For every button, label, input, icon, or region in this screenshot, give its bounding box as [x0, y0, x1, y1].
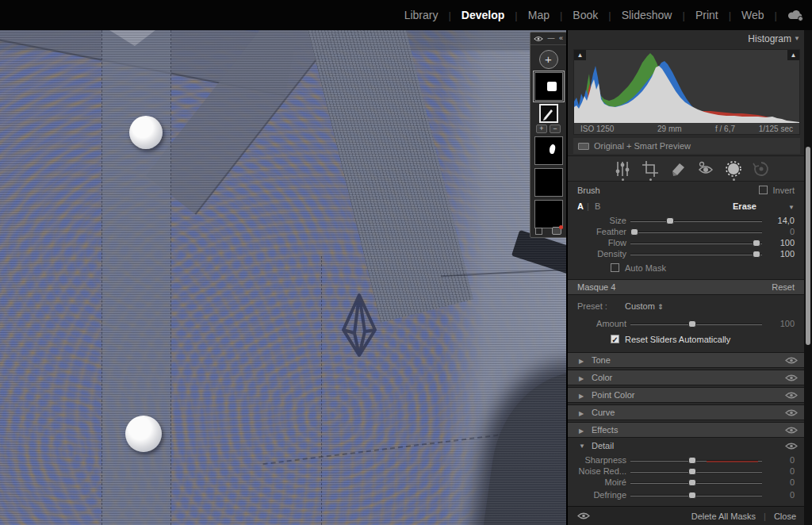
crop-icon[interactable]	[642, 160, 659, 178]
size-slider-row: Size 14,0	[568, 216, 806, 227]
section-label: Tone	[592, 355, 611, 365]
add-to-mask-button[interactable]: +	[536, 125, 547, 133]
eye-icon[interactable]	[785, 442, 798, 450]
expand-triangle-icon[interactable]: ▶	[579, 393, 584, 400]
size-slider[interactable]	[630, 220, 762, 222]
feather-slider[interactable]	[630, 232, 762, 233]
amount-slider[interactable]	[630, 324, 762, 325]
auto-mask-label: Auto Mask	[625, 263, 666, 273]
mask-thumbnail[interactable]	[534, 200, 563, 228]
highlight-clipping-indicator[interactable]: ▲	[787, 50, 799, 60]
nav-map[interactable]: Map	[518, 9, 560, 21]
collapse-triangle-icon[interactable]: ▼	[579, 443, 585, 450]
sharpness-slider-thumb[interactable]	[688, 457, 696, 464]
nav-book[interactable]: Book	[562, 9, 608, 21]
moire-slider-thumb[interactable]	[688, 479, 696, 486]
lens-blur-icon[interactable]	[753, 160, 770, 178]
expand-triangle-icon[interactable]: ▶	[579, 427, 584, 435]
mask-thumbnail-selected[interactable]	[534, 72, 563, 101]
edit-sliders-icon[interactable]	[614, 160, 631, 178]
dropdown-arrows-icon: ⇕	[657, 303, 664, 311]
overlay-settings-icon[interactable]	[552, 227, 561, 235]
feather-slider-thumb[interactable]	[630, 228, 638, 236]
nav-web[interactable]: Web	[731, 9, 775, 21]
mask-thumbnail[interactable]	[534, 168, 563, 197]
invert-checkbox[interactable]	[759, 186, 768, 194]
amount-slider-thumb[interactable]	[688, 320, 696, 328]
noise-slider-thumb[interactable]	[688, 468, 696, 475]
brush-erase-tab[interactable]: Erase	[733, 201, 756, 211]
expand-triangle-icon[interactable]: ▶	[579, 410, 584, 417]
histogram[interactable]: ▲ ▲ ISO 1250 29 mm f / 6,7 1/125 sec	[573, 49, 800, 135]
defringe-slider-thumb[interactable]	[688, 492, 696, 499]
amount-slider-row: Amount 100	[568, 319, 806, 330]
sharpness-slider[interactable]	[630, 460, 762, 462]
section-effects[interactable]: ▶ Effects	[568, 422, 806, 438]
reset-sliders-checkbox[interactable]: ✓	[611, 335, 619, 343]
eye-icon[interactable]	[785, 356, 798, 365]
section-curve[interactable]: ▶ Curve	[568, 404, 806, 420]
masks-panel-header: — «	[530, 33, 566, 45]
noise-reduction-slider[interactable]	[630, 471, 762, 473]
brush-b-tab[interactable]: B	[595, 201, 600, 211]
moire-slider[interactable]	[630, 482, 762, 484]
flow-slider-thumb[interactable]	[753, 240, 760, 247]
nav-separator: |	[775, 10, 777, 21]
eye-icon[interactable]	[785, 408, 798, 417]
nav-library[interactable]: Library	[394, 9, 449, 21]
noise-value: 0	[790, 466, 795, 476]
nav-develop[interactable]: Develop	[451, 9, 515, 21]
shadow-clipping-indicator[interactable]: ▲	[574, 50, 586, 60]
collapse-panel-icon[interactable]: «	[559, 35, 563, 42]
histogram-collapse-icon[interactable]: ▼	[794, 35, 800, 42]
red-eye-icon[interactable]	[697, 160, 714, 178]
close-button[interactable]: Close	[774, 512, 796, 521]
cloud-sync-icon[interactable]	[787, 8, 806, 22]
exif-aperture: f / 6,7	[715, 125, 735, 133]
smart-preview-status[interactable]: Original + Smart Preview	[573, 138, 800, 154]
brush-tool-thumbnail[interactable]	[539, 104, 558, 123]
sharpness-label: Sharpness	[584, 455, 626, 465]
density-slider[interactable]	[630, 254, 762, 255]
panel-scrollbar-track[interactable]	[804, 30, 812, 525]
nav-print[interactable]: Print	[685, 9, 729, 21]
minimize-icon[interactable]: —	[547, 35, 554, 42]
section-point-color[interactable]: ▶ Point Color	[568, 387, 806, 403]
defringe-slider[interactable]	[630, 495, 762, 496]
brush-collapse-icon[interactable]: ▼	[788, 204, 795, 211]
size-slider-thumb[interactable]	[666, 217, 674, 224]
eye-icon[interactable]	[785, 374, 798, 382]
masking-icon-active[interactable]	[725, 160, 742, 178]
histogram-plot	[574, 50, 799, 123]
auto-mask-checkbox[interactable]	[611, 263, 619, 272]
develop-right-panel: Histogram ▼ ▲ ▲ ISO 1250 29 mm f / 6,7 1…	[566, 30, 804, 525]
section-detail-header[interactable]: ▼ Detail	[568, 441, 806, 452]
delete-all-masks-button[interactable]: Delete All Masks	[691, 512, 756, 521]
nav-slideshow[interactable]: Slideshow	[611, 9, 683, 21]
mask-reset-button[interactable]: Reset	[772, 282, 795, 292]
eye-icon[interactable]	[785, 426, 798, 435]
expand-triangle-icon[interactable]: ▶	[579, 358, 584, 365]
tool-active-dot	[622, 178, 624, 181]
photo-canvas[interactable]	[0, 30, 566, 525]
show-overlay-checkbox[interactable]	[535, 228, 542, 235]
eye-icon[interactable]	[785, 391, 798, 400]
panel-scrollbar-thumb[interactable]	[806, 147, 810, 345]
mask-overlay-shape	[547, 82, 557, 91]
brush-a-tab[interactable]: A	[577, 201, 584, 211]
add-mask-button[interactable]: +	[539, 50, 558, 69]
mask-thumbnail[interactable]	[534, 136, 563, 165]
expand-triangle-icon[interactable]: ▶	[579, 375, 584, 382]
histogram-title[interactable]: Histogram	[748, 33, 791, 44]
section-label: Curve	[592, 408, 615, 417]
tool-active-dot	[733, 178, 735, 181]
preset-dropdown[interactable]: Custom ⇕	[625, 301, 664, 311]
eye-icon[interactable]	[534, 36, 543, 42]
section-tone[interactable]: ▶ Tone	[568, 352, 806, 368]
flow-slider[interactable]	[630, 243, 762, 244]
eye-icon[interactable]	[577, 512, 590, 520]
subtract-from-mask-button[interactable]: −	[550, 125, 561, 133]
density-slider-thumb[interactable]	[753, 251, 760, 258]
healing-icon[interactable]	[669, 160, 687, 178]
section-color[interactable]: ▶ Color	[568, 370, 806, 385]
